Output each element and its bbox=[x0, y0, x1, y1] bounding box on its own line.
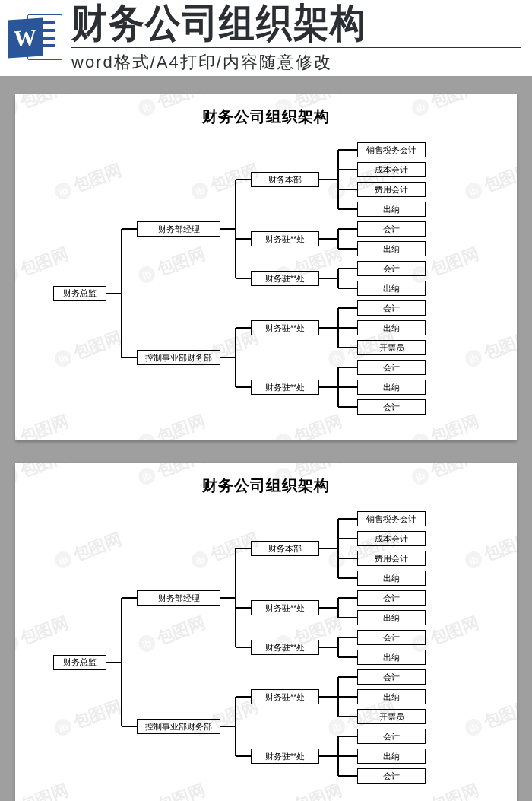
org-chart: 财务总监财务部经理财务本部销售税务会计成本会计费用会计出纳财务驻**处会计出纳财… bbox=[15, 135, 517, 427]
org-node: 费用会计 bbox=[357, 551, 426, 566]
org-node: 会计 bbox=[357, 729, 426, 744]
document-preview-1: 财务公司组织架构 财务总监财务部经理财务本部销售税务会计成本会计费用会计出纳财务… bbox=[15, 94, 517, 440]
page-subtitle: word格式/A4打印/内容随意修改 bbox=[71, 47, 521, 74]
org-node: 销售税务会计 bbox=[357, 142, 426, 157]
org-node: 销售税务会计 bbox=[357, 511, 426, 526]
org-node: 出纳 bbox=[357, 281, 426, 296]
org-node: 会计 bbox=[357, 221, 426, 237]
org-node: 出纳 bbox=[357, 689, 426, 704]
page: W 财务公司组织架构 word格式/A4打印/内容随意修改 财务公司组织架构 财… bbox=[0, 0, 532, 801]
org-node: 财务驻**处 bbox=[251, 271, 319, 286]
org-node: 会计 bbox=[357, 630, 426, 645]
page-title: 财务公司组织架构 bbox=[71, 3, 477, 43]
org-node: 财务驻**处 bbox=[251, 380, 319, 395]
org-node: 财务驻**处 bbox=[251, 749, 319, 764]
preview-canvas: 财务公司组织架构 财务总监财务部经理财务本部销售税务会计成本会计费用会计出纳财务… bbox=[0, 76, 532, 801]
word-icon: W bbox=[8, 8, 62, 68]
org-node: 财务驻**处 bbox=[251, 320, 319, 335]
org-node: 出纳 bbox=[357, 380, 426, 395]
org-node: 会计 bbox=[357, 360, 426, 375]
org-node: 出纳 bbox=[357, 241, 426, 256]
org-node: 控制事业部财务部 bbox=[137, 350, 220, 365]
org-node: 费用会计 bbox=[357, 182, 426, 197]
org-node: 会计 bbox=[357, 590, 426, 606]
org-node: 开票员 bbox=[357, 709, 426, 724]
org-node: 成本会计 bbox=[357, 531, 426, 546]
org-node: 开票员 bbox=[357, 340, 426, 355]
org-node: 出纳 bbox=[357, 610, 426, 625]
org-node: 财务总监 bbox=[53, 286, 106, 301]
org-node: 财务驻**处 bbox=[251, 640, 319, 655]
org-node: 控制事业部财务部 bbox=[137, 719, 220, 734]
org-node: 出纳 bbox=[357, 749, 426, 764]
org-node: 出纳 bbox=[357, 571, 426, 586]
org-node: 财务部经理 bbox=[137, 590, 220, 606]
org-node: 财务本部 bbox=[251, 172, 319, 187]
org-node: 会计 bbox=[357, 768, 426, 784]
header-texts: 财务公司组织架构 word格式/A4打印/内容随意修改 bbox=[71, 3, 521, 74]
org-chart: 财务总监财务部经理财务本部销售税务会计成本会计费用会计出纳财务驻**处会计出纳财… bbox=[15, 504, 517, 796]
org-node: 财务总监 bbox=[53, 655, 106, 670]
org-node: 出纳 bbox=[357, 320, 426, 335]
header: W 财务公司组织架构 word格式/A4打印/内容随意修改 bbox=[0, 0, 532, 76]
org-node: 成本会计 bbox=[357, 162, 426, 177]
org-node: 财务驻**处 bbox=[251, 689, 319, 704]
word-icon-letter: W bbox=[8, 17, 43, 58]
org-node: 财务本部 bbox=[251, 541, 319, 556]
org-node: 财务驻**处 bbox=[251, 231, 319, 246]
org-node: 出纳 bbox=[357, 650, 426, 665]
chart-title: 财务公司组织架构 bbox=[15, 94, 517, 135]
org-node: 出纳 bbox=[357, 202, 426, 217]
org-node: 会计 bbox=[357, 261, 426, 276]
org-node: 会计 bbox=[357, 300, 426, 316]
org-node: 会计 bbox=[357, 669, 426, 685]
org-node: 财务部经理 bbox=[137, 221, 220, 237]
document-preview-2: 财务公司组织架构 财务总监财务部经理财务本部销售税务会计成本会计费用会计出纳财务… bbox=[15, 463, 517, 801]
chart-title: 财务公司组织架构 bbox=[15, 463, 517, 504]
org-node: 会计 bbox=[357, 399, 426, 415]
org-node: 财务驻**处 bbox=[251, 600, 319, 615]
